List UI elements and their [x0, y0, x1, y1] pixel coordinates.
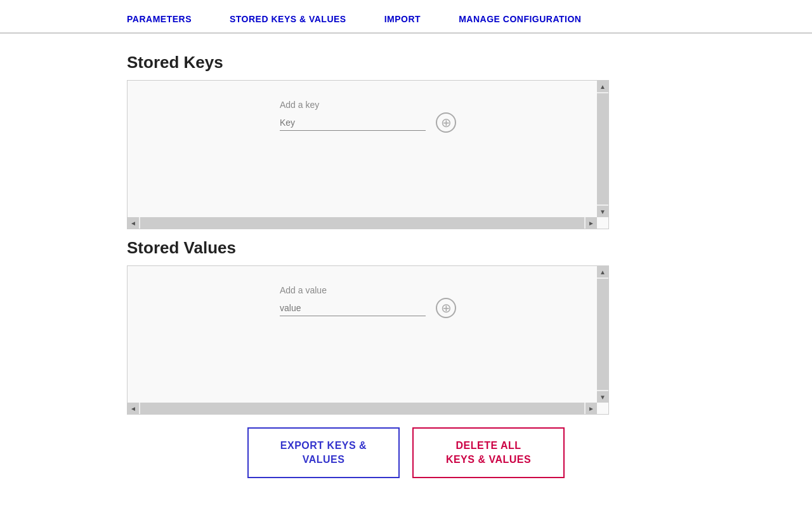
values-scroll-right: ▲ ▼ — [597, 266, 608, 403]
keys-scroll-down-arrow[interactable]: ▼ — [597, 206, 608, 217]
stored-keys-box: Add a key ⊕ ▲ ▼ ◄ ► — [127, 80, 609, 229]
tab-parameters[interactable]: PARAMETERS — [127, 6, 192, 34]
values-scroll-right-arrow[interactable]: ► — [586, 403, 597, 414]
values-scroll-bottom: ◄ ► — [128, 403, 597, 414]
delete-all-button[interactable]: DELETE ALLKEYS & VALUES — [412, 427, 565, 478]
add-key-button[interactable]: ⊕ — [436, 112, 456, 133]
values-scroll-thumb-h[interactable] — [140, 403, 584, 414]
keys-scroll-right-arrow[interactable]: ► — [586, 217, 597, 229]
keys-scroll-right: ▲ ▼ — [597, 81, 608, 217]
add-key-label: Add a key — [280, 100, 319, 110]
keys-scroll-bottom: ◄ ► — [128, 217, 597, 229]
export-keys-values-button[interactable]: EXPORT KEYS &VALUES — [247, 427, 400, 478]
main-content: Stored Keys Add a key ⊕ ▲ ▼ ◄ ► Stored V… — [0, 34, 812, 491]
keys-scroll-thumb-v[interactable] — [597, 93, 608, 204]
stored-values-box: Add a value ⊕ ▲ ▼ ◄ ► — [127, 265, 609, 415]
nav-tabs: PARAMETERS STORED KEYS & VALUES IMPORT M… — [0, 6, 812, 34]
tab-import[interactable]: IMPORT — [384, 6, 421, 34]
value-input[interactable] — [280, 300, 426, 316]
action-buttons: EXPORT KEYS &VALUES DELETE ALLKEYS & VAL… — [127, 427, 685, 478]
add-value-button[interactable]: ⊕ — [436, 298, 456, 318]
keys-scroll-up-arrow[interactable]: ▲ — [597, 81, 608, 92]
add-value-label: Add a value — [280, 285, 327, 295]
values-scroll-left-arrow[interactable]: ◄ — [128, 403, 139, 414]
key-input[interactable] — [280, 115, 426, 131]
tab-stored-keys-values[interactable]: STORED KEYS & VALUES — [230, 6, 346, 34]
stored-keys-title: Stored Keys — [127, 53, 685, 72]
values-scroll-up-arrow[interactable]: ▲ — [597, 266, 608, 277]
keys-scroll-thumb-h[interactable] — [140, 217, 584, 229]
keys-scroll-left-arrow[interactable]: ◄ — [128, 217, 139, 229]
values-scroll-down-arrow[interactable]: ▼ — [597, 391, 608, 403]
values-scroll-thumb-v[interactable] — [597, 279, 608, 390]
stored-values-title: Stored Values — [127, 238, 685, 258]
tab-manage-configuration[interactable]: MANAGE CONFIGURATION — [459, 6, 581, 34]
